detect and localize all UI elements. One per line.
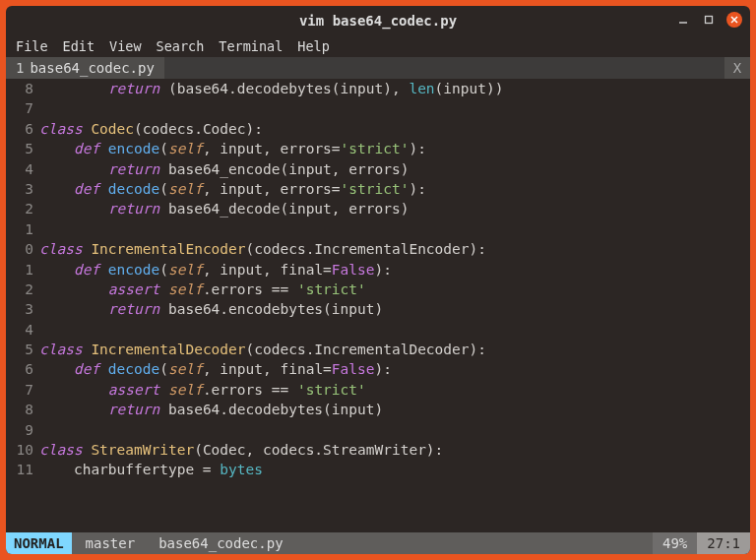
line-number: 3: [6, 301, 39, 321]
code-line: 4: [6, 322, 750, 342]
minimize-button[interactable]: [675, 12, 691, 28]
line-number: 8: [6, 81, 39, 100]
line-number: 8: [6, 402, 39, 421]
line-number: 2: [6, 281, 39, 301]
code-line: 6 def decode(self, input, final=False):: [6, 361, 750, 381]
line-number: 2: [6, 201, 39, 220]
code-text: assert self.errors == 'strict': [39, 281, 366, 301]
code-line: 4 return base64_encode(input, errors): [6, 161, 750, 181]
line-number: 6: [6, 361, 39, 381]
code-line: 7: [6, 100, 750, 120]
code-text: return base64.encodebytes(input): [39, 301, 383, 321]
line-number: 7: [6, 100, 39, 120]
git-branch: master: [72, 532, 150, 554]
code-line: 11 charbuffertype = bytes: [6, 462, 750, 481]
code-text: return base64_encode(input, errors): [39, 161, 409, 181]
line-number: 1: [6, 262, 39, 281]
code-text: class Codec(codecs.Codec):: [39, 121, 263, 141]
code-line: 5 def encode(self, input, errors='strict…: [6, 141, 750, 160]
scroll-percent: 49%: [653, 532, 697, 554]
menu-item-edit[interactable]: Edit: [63, 38, 95, 54]
code-text: def encode(self, input, final=False):: [39, 262, 392, 281]
code-text: assert self.errors == 'strict': [39, 382, 366, 402]
line-number: 7: [6, 382, 39, 402]
titlebar: vim base64_codec.py: [6, 6, 750, 35]
close-icon: X: [733, 60, 741, 76]
buffer-filler: [164, 57, 724, 79]
menu-item-view[interactable]: View: [109, 38, 142, 54]
code-line: 2 assert self.errors == 'strict': [6, 281, 750, 301]
code-line: 3 def decode(self, input, errors='strict…: [6, 181, 750, 201]
svg-rect-1: [706, 17, 713, 24]
code-line: 10class StreamWriter(Codec, codecs.Strea…: [6, 442, 750, 462]
code-line: 9: [6, 422, 750, 442]
menu-item-help[interactable]: Help: [297, 38, 330, 54]
line-number: 5: [6, 141, 39, 160]
code-line: 1 def encode(self, input, final=False):: [6, 262, 750, 281]
code-line: 3 return base64.encodebytes(input): [6, 301, 750, 321]
line-number: 10: [6, 442, 39, 462]
code-line: 8 return (base64.decodebytes(input), len…: [6, 81, 750, 100]
window-controls: [675, 12, 742, 28]
buffer-tab-label: base64_codec.py: [30, 60, 154, 76]
status-file: base64_codec.py: [149, 532, 653, 554]
code-line: 7 assert self.errors == 'strict': [6, 382, 750, 402]
window-title: vim base64_codec.py: [299, 13, 457, 29]
line-number: 1: [6, 221, 39, 241]
code-line: 5class IncrementalDecoder(codecs.Increme…: [6, 342, 750, 361]
menu-item-file[interactable]: File: [16, 38, 48, 54]
menu-item-search[interactable]: Search: [157, 38, 205, 54]
line-number: 0: [6, 241, 39, 261]
code-text: return (base64.decodebytes(input), len(i…: [39, 81, 503, 100]
cursor-position: 27:1: [697, 532, 750, 554]
code-text: class StreamWriter(Codec, codecs.StreamW…: [39, 442, 443, 462]
code-line: 6class Codec(codecs.Codec):: [6, 121, 750, 141]
buffer-tab[interactable]: 1 base64_codec.py: [6, 57, 164, 79]
line-number: 6: [6, 121, 39, 141]
code-line: 1: [6, 221, 750, 241]
close-button[interactable]: [726, 12, 742, 28]
terminal-window: vim base64_codec.py FileEditViewSearchTe…: [6, 6, 750, 554]
line-number: 3: [6, 181, 39, 201]
code-text: charbuffertype = bytes: [39, 462, 263, 481]
code-text: class IncrementalDecoder(codecs.Incremen…: [39, 342, 486, 361]
line-number: 9: [6, 422, 39, 442]
line-number: 11: [6, 462, 39, 481]
statusbar: NORMAL master base64_codec.py 49% 27:1: [6, 532, 750, 554]
line-number: 4: [6, 161, 39, 181]
maximize-button[interactable]: [701, 12, 717, 28]
code-text: def decode(self, input, final=False):: [39, 361, 392, 381]
line-number: 5: [6, 342, 39, 361]
buffer-tab-number: 1: [16, 60, 24, 76]
code-line: 0class IncrementalEncoder(codecs.Increme…: [6, 241, 750, 261]
menubar: FileEditViewSearchTerminalHelp: [6, 35, 750, 57]
code-line: 8 return base64.decodebytes(input): [6, 402, 750, 421]
code-text: def decode(self, input, errors='strict')…: [39, 181, 426, 201]
code-text: return base64.decodebytes(input): [39, 402, 383, 421]
code-text: class IncrementalEncoder(codecs.Incremen…: [39, 241, 486, 261]
buffer-tab-bar: 1 base64_codec.py X: [6, 57, 750, 79]
line-number: 4: [6, 322, 39, 342]
code-line: 2 return base64_decode(input, errors): [6, 201, 750, 220]
editor-area[interactable]: 8 return (base64.decodebytes(input), len…: [6, 79, 750, 532]
mode-indicator: NORMAL: [6, 532, 72, 554]
menu-item-terminal[interactable]: Terminal: [219, 38, 283, 54]
code-text: def encode(self, input, errors='strict')…: [39, 141, 426, 160]
buffer-close-button[interactable]: X: [724, 57, 750, 79]
code-text: return base64_decode(input, errors): [39, 201, 409, 220]
